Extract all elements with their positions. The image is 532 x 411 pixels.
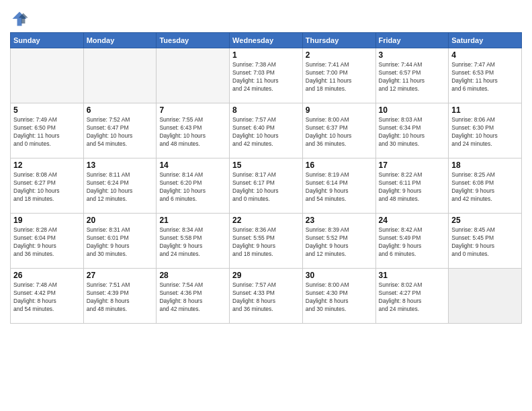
day-info: Sunrise: 8:11 AM Sunset: 6:24 PM Dayligh… [87,171,154,203]
calendar-cell: 25Sunrise: 8:45 AM Sunset: 5:45 PM Dayli… [449,214,522,269]
day-number: 10 [379,105,446,115]
day-number: 1 [232,50,300,60]
day-info: Sunrise: 8:08 AM Sunset: 6:27 PM Dayligh… [13,171,81,203]
day-info: Sunrise: 8:06 AM Sunset: 6:30 PM Dayligh… [451,116,519,148]
day-info: Sunrise: 8:28 AM Sunset: 6:04 PM Dayligh… [13,226,81,259]
day-info: Sunrise: 8:19 AM Sunset: 6:14 PM Dayligh… [306,171,373,203]
day-info: Sunrise: 8:00 AM Sunset: 6:37 PM Dayligh… [306,116,373,148]
header-day-tuesday: Tuesday [157,33,230,48]
day-number: 31 [379,271,446,280]
day-number: 28 [159,271,226,280]
page-container: SundayMondayTuesdayWednesdayThursdayFrid… [0,0,532,327]
day-number: 24 [379,216,446,225]
week-row-1: 5Sunrise: 7:49 AM Sunset: 6:50 PM Daylig… [11,103,522,158]
header [10,7,522,28]
calendar-cell: 8Sunrise: 7:57 AM Sunset: 6:40 PM Daylig… [230,103,303,158]
day-info: Sunrise: 8:34 AM Sunset: 5:58 PM Dayligh… [159,226,226,259]
week-row-4: 26Sunrise: 7:48 AM Sunset: 4:42 PM Dayli… [11,269,522,324]
calendar-cell [157,48,230,103]
day-number: 12 [13,161,81,170]
calendar-cell [449,269,522,324]
week-row-0: 1Sunrise: 7:38 AM Sunset: 7:03 PM Daylig… [11,48,522,103]
day-number: 19 [13,216,81,225]
logo [10,9,30,28]
calendar-cell: 22Sunrise: 8:36 AM Sunset: 5:55 PM Dayli… [230,214,303,269]
day-info: Sunrise: 7:51 AM Sunset: 4:39 PM Dayligh… [87,281,154,314]
day-number: 18 [451,161,519,170]
header-day-thursday: Thursday [302,33,375,48]
calendar-cell: 10Sunrise: 8:03 AM Sunset: 6:34 PM Dayli… [375,103,449,158]
calendar-cell: 13Sunrise: 8:11 AM Sunset: 6:24 PM Dayli… [83,158,157,214]
calendar-cell: 21Sunrise: 8:34 AM Sunset: 5:58 PM Dayli… [157,214,230,269]
day-info: Sunrise: 7:49 AM Sunset: 6:50 PM Dayligh… [13,116,81,148]
calendar-cell: 11Sunrise: 8:06 AM Sunset: 6:30 PM Dayli… [449,103,522,158]
calendar-cell: 20Sunrise: 8:31 AM Sunset: 6:01 PM Dayli… [83,214,157,269]
calendar-cell: 24Sunrise: 8:42 AM Sunset: 5:49 PM Dayli… [375,214,449,269]
day-info: Sunrise: 8:45 AM Sunset: 5:45 PM Dayligh… [451,226,519,259]
day-number: 16 [306,161,373,170]
day-number: 23 [306,216,373,225]
calendar-cell: 27Sunrise: 7:51 AM Sunset: 4:39 PM Dayli… [83,269,157,324]
day-number: 15 [232,161,300,170]
calendar-cell: 3Sunrise: 7:44 AM Sunset: 6:57 PM Daylig… [375,48,449,103]
calendar-cell: 17Sunrise: 8:22 AM Sunset: 6:11 PM Dayli… [375,158,449,214]
header-day-saturday: Saturday [449,33,522,48]
day-number: 30 [306,271,373,280]
calendar-cell: 7Sunrise: 7:55 AM Sunset: 6:43 PM Daylig… [157,103,230,158]
day-info: Sunrise: 8:39 AM Sunset: 5:52 PM Dayligh… [306,226,373,259]
calendar-cell: 12Sunrise: 8:08 AM Sunset: 6:27 PM Dayli… [11,158,84,214]
calendar-cell: 4Sunrise: 7:47 AM Sunset: 6:53 PM Daylig… [449,48,522,103]
calendar-cell: 18Sunrise: 8:25 AM Sunset: 6:08 PM Dayli… [449,158,522,214]
calendar-cell: 15Sunrise: 8:17 AM Sunset: 6:17 PM Dayli… [230,158,303,214]
calendar-table: SundayMondayTuesdayWednesdayThursdayFrid… [10,32,522,324]
day-info: Sunrise: 8:31 AM Sunset: 6:01 PM Dayligh… [87,226,154,259]
day-number: 26 [13,271,81,280]
day-info: Sunrise: 7:41 AM Sunset: 7:00 PM Dayligh… [306,61,373,93]
header-day-sunday: Sunday [11,33,84,48]
calendar-cell: 30Sunrise: 8:00 AM Sunset: 4:30 PM Dayli… [302,269,375,324]
header-row: SundayMondayTuesdayWednesdayThursdayFrid… [11,33,522,48]
day-info: Sunrise: 7:57 AM Sunset: 4:33 PM Dayligh… [232,281,300,314]
day-info: Sunrise: 7:54 AM Sunset: 4:36 PM Dayligh… [159,281,226,314]
day-number: 27 [87,271,154,280]
day-info: Sunrise: 7:44 AM Sunset: 6:57 PM Dayligh… [379,61,446,93]
day-number: 21 [159,216,226,225]
calendar-cell [11,48,84,103]
calendar-cell: 9Sunrise: 8:00 AM Sunset: 6:37 PM Daylig… [302,103,375,158]
day-number: 9 [306,105,373,115]
day-info: Sunrise: 7:47 AM Sunset: 6:53 PM Dayligh… [451,61,519,93]
week-row-3: 19Sunrise: 8:28 AM Sunset: 6:04 PM Dayli… [11,214,522,269]
day-number: 13 [87,161,154,170]
day-info: Sunrise: 8:42 AM Sunset: 5:49 PM Dayligh… [379,226,446,259]
day-number: 11 [451,105,519,115]
calendar-cell: 29Sunrise: 7:57 AM Sunset: 4:33 PM Dayli… [230,269,303,324]
day-info: Sunrise: 8:36 AM Sunset: 5:55 PM Dayligh… [232,226,300,259]
calendar-cell: 23Sunrise: 8:39 AM Sunset: 5:52 PM Dayli… [302,214,375,269]
day-info: Sunrise: 8:25 AM Sunset: 6:08 PM Dayligh… [451,171,519,203]
day-number: 25 [451,216,519,225]
calendar-cell: 1Sunrise: 7:38 AM Sunset: 7:03 PM Daylig… [230,48,303,103]
day-number: 7 [159,105,226,115]
calendar-cell: 31Sunrise: 8:02 AM Sunset: 4:27 PM Dayli… [375,269,449,324]
day-number: 2 [306,50,373,60]
day-info: Sunrise: 8:14 AM Sunset: 6:20 PM Dayligh… [159,171,226,203]
day-info: Sunrise: 8:17 AM Sunset: 6:17 PM Dayligh… [232,171,300,203]
day-info: Sunrise: 7:38 AM Sunset: 7:03 PM Dayligh… [232,61,300,93]
day-info: Sunrise: 8:00 AM Sunset: 4:30 PM Dayligh… [306,281,373,314]
header-day-monday: Monday [83,33,157,48]
calendar-cell: 14Sunrise: 8:14 AM Sunset: 6:20 PM Dayli… [157,158,230,214]
calendar-cell: 19Sunrise: 8:28 AM Sunset: 6:04 PM Dayli… [11,214,84,269]
day-number: 4 [451,50,519,60]
day-info: Sunrise: 7:48 AM Sunset: 4:42 PM Dayligh… [13,281,81,314]
header-day-friday: Friday [375,33,449,48]
day-info: Sunrise: 8:03 AM Sunset: 6:34 PM Dayligh… [379,116,446,148]
day-info: Sunrise: 8:22 AM Sunset: 6:11 PM Dayligh… [379,171,446,203]
day-info: Sunrise: 7:52 AM Sunset: 6:47 PM Dayligh… [87,116,154,148]
calendar-cell [83,48,157,103]
calendar-cell: 16Sunrise: 8:19 AM Sunset: 6:14 PM Dayli… [302,158,375,214]
logo-icon [10,9,29,28]
day-info: Sunrise: 7:57 AM Sunset: 6:40 PM Dayligh… [232,116,300,148]
calendar-cell: 2Sunrise: 7:41 AM Sunset: 7:00 PM Daylig… [302,48,375,103]
day-number: 14 [159,161,226,170]
week-row-2: 12Sunrise: 8:08 AM Sunset: 6:27 PM Dayli… [11,158,522,214]
